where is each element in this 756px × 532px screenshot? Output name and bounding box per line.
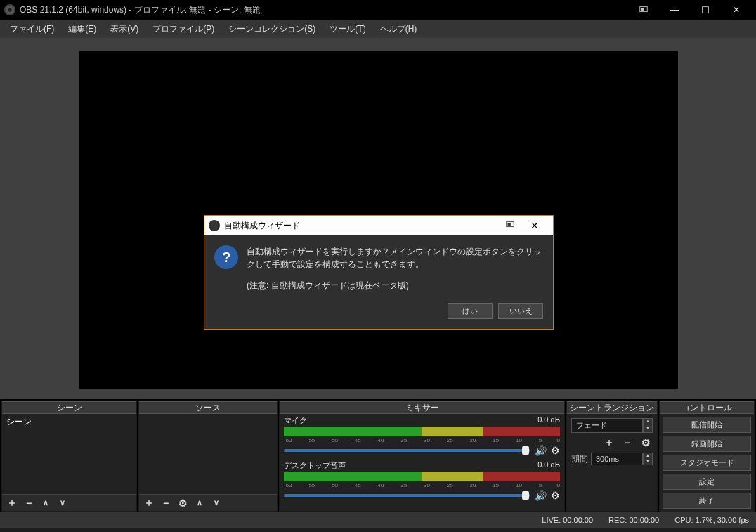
dialog-message: 自動構成ウィザードを実行しますか？メインウィンドウの設定ボタンをクリックして手動… xyxy=(247,245,543,271)
start-streaming-button[interactable]: 配信開始 xyxy=(663,417,751,433)
mic-volume-slider[interactable] xyxy=(284,449,530,452)
scene-item[interactable]: シーン xyxy=(2,414,136,430)
add-source-button[interactable]: ＋ xyxy=(143,498,155,509)
sources-panel: ソース ＋ − ⚙ ∧ ∨ xyxy=(138,401,278,512)
start-recording-button[interactable]: 録画開始 xyxy=(663,436,751,452)
titlebar: OBS 21.1.2 (64bit, windows) - プロファイル: 無題… xyxy=(0,0,756,20)
menu-edit[interactable]: 編集(E) xyxy=(61,21,103,37)
menu-tools[interactable]: ツール(T) xyxy=(322,21,372,37)
minimize-button[interactable]: — xyxy=(659,0,690,20)
controls-header: コントロール xyxy=(660,401,754,414)
dialog-popout-icon[interactable] xyxy=(500,220,521,231)
dialog-title: 自動構成ウィザード xyxy=(224,220,500,232)
settings-button[interactable]: 設定 xyxy=(663,474,751,490)
svg-rect-3 xyxy=(641,8,644,11)
svg-rect-6 xyxy=(508,223,511,226)
transitions-panel: シーントランジション フェード ▲▼ ＋ − ⚙ 期間 300ms ▲▼ xyxy=(566,401,658,512)
panels-row: シーン シーン ＋ − ∧ ∨ ソース ＋ − ⚙ ∧ ∨ ミキサー マイク xyxy=(0,399,756,512)
menu-scene-collection[interactable]: シーンコレクション(S) xyxy=(221,21,322,37)
dialog-titlebar: 自動構成ウィザード ✕ xyxy=(204,216,553,235)
source-up-button[interactable]: ∧ xyxy=(194,498,205,509)
app-logo-icon xyxy=(4,4,15,15)
mic-ticks: -60-55-50-45-40-35-30-25-20-15-10-50 xyxy=(284,437,560,443)
mic-db: 0.0 dB xyxy=(537,415,560,426)
scenes-header: シーン xyxy=(2,401,136,414)
desktop-mute-button[interactable]: 🔊 xyxy=(535,490,547,501)
add-scene-button[interactable]: ＋ xyxy=(6,498,18,509)
remove-source-button[interactable]: − xyxy=(160,498,171,509)
mixer-body: マイク 0.0 dB -60-55-50-45-40-35-30-25-20-1… xyxy=(280,414,564,511)
menubar: ファイル(F) 編集(E) 表示(V) プロファイル(P) シーンコレクション(… xyxy=(0,20,756,38)
dialog-yes-button[interactable]: はい xyxy=(448,303,493,319)
svg-rect-4 xyxy=(703,7,709,13)
window-title: OBS 21.1.2 (64bit, windows) - プロファイル: 無題… xyxy=(20,4,628,16)
dialog-close-button[interactable]: ✕ xyxy=(521,220,549,231)
dialog-logo-icon xyxy=(209,220,220,231)
scenes-list[interactable]: シーン xyxy=(2,414,136,494)
dialog-no-button[interactable]: いいえ xyxy=(498,303,543,319)
remove-scene-button[interactable]: − xyxy=(23,498,34,509)
mic-meter xyxy=(284,427,560,436)
add-transition-button[interactable]: ＋ xyxy=(604,437,615,448)
transitions-header: シーントランジション xyxy=(567,401,657,414)
scene-up-button[interactable]: ∧ xyxy=(40,498,51,509)
controls-panel: コントロール 配信開始 録画開始 スタジオモード 設定 終了 xyxy=(659,401,755,512)
mic-settings-button[interactable]: ⚙ xyxy=(551,445,560,456)
dialog-note: (注意: 自動構成ウィザードは現在ベータ版) xyxy=(247,279,543,292)
mixer-header: ミキサー xyxy=(280,401,564,414)
transition-select[interactable]: フェード ▲▼ xyxy=(571,418,653,433)
scene-down-button[interactable]: ∨ xyxy=(57,498,68,509)
mic-mute-button[interactable]: 🔊 xyxy=(535,445,547,456)
auto-config-wizard-dialog: 自動構成ウィザード ✕ ? 自動構成ウィザードを実行しますか？メインウィンドウの… xyxy=(204,215,554,330)
mixer-panel: ミキサー マイク 0.0 dB -60-55-50-45-40-35-30-25… xyxy=(279,401,565,512)
transition-properties-button[interactable]: ⚙ xyxy=(640,437,651,448)
menu-file[interactable]: ファイル(F) xyxy=(3,21,61,37)
desktop-db: 0.0 dB xyxy=(537,460,560,471)
desktop-volume-slider[interactable] xyxy=(284,494,530,497)
status-cpu: CPU: 1.7%, 30.00 fps xyxy=(674,516,749,524)
mic-label: マイク xyxy=(284,415,307,426)
desktop-ticks: -60-55-50-45-40-35-30-25-20-15-10-50 xyxy=(284,482,560,488)
menu-profile[interactable]: プロファイル(P) xyxy=(145,21,221,37)
duration-spinner[interactable]: ▲▼ xyxy=(643,453,653,465)
transition-select-arrows[interactable]: ▲▼ xyxy=(643,418,653,433)
status-live: LIVE: 00:00:00 xyxy=(542,516,593,524)
menu-help[interactable]: ヘルプ(H) xyxy=(373,21,424,37)
sources-header: ソース xyxy=(139,401,277,414)
close-button[interactable]: ✕ xyxy=(721,0,752,20)
exit-button[interactable]: 終了 xyxy=(663,493,751,509)
desktop-label: デスクトップ音声 xyxy=(284,460,346,471)
source-down-button[interactable]: ∨ xyxy=(211,498,222,509)
status-rec: REC: 00:00:00 xyxy=(608,516,659,524)
mixer-channel-mic: マイク 0.0 dB -60-55-50-45-40-35-30-25-20-1… xyxy=(280,414,564,459)
maximize-button[interactable] xyxy=(690,0,721,20)
svg-point-1 xyxy=(8,8,11,11)
desktop-meter xyxy=(284,472,560,481)
projector-icon[interactable] xyxy=(628,0,659,20)
scenes-panel: シーン シーン ＋ − ∧ ∨ xyxy=(1,401,137,512)
mixer-channel-desktop: デスクトップ音声 0.0 dB -60-55-50-45-40-35-30-25… xyxy=(280,459,564,504)
desktop-settings-button[interactable]: ⚙ xyxy=(551,490,560,501)
sources-list[interactable] xyxy=(139,414,277,494)
duration-label: 期間 xyxy=(571,453,588,465)
duration-input[interactable]: 300ms ▲▼ xyxy=(591,453,653,465)
studio-mode-button[interactable]: スタジオモード xyxy=(663,455,751,471)
remove-transition-button[interactable]: − xyxy=(622,437,633,448)
status-bar: LIVE: 00:00:00 REC: 00:00:00 CPU: 1.7%, … xyxy=(0,512,756,528)
source-properties-button[interactable]: ⚙ xyxy=(177,498,188,509)
question-icon: ? xyxy=(214,245,238,269)
menu-view[interactable]: 表示(V) xyxy=(103,21,145,37)
